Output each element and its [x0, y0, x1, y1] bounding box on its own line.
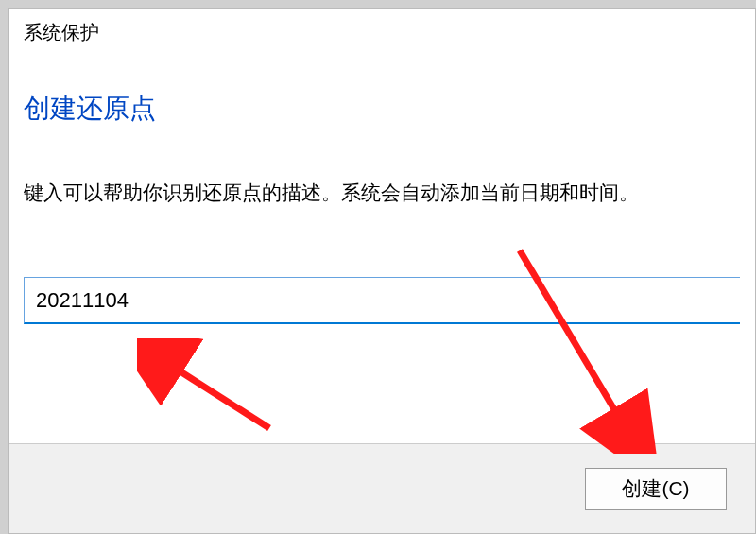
create-button[interactable]: 创建(C) — [585, 468, 727, 510]
heading-create-restore-point: 创建还原点 — [24, 91, 740, 127]
dialog-title: 系统保护 — [9, 9, 755, 53]
dialog-content: 创建还原点 键入可以帮助你识别还原点的描述。系统会自动添加当前日期和时间。 — [9, 53, 755, 324]
restore-point-description-input[interactable] — [24, 277, 740, 324]
dialog-footer: 创建(C) — [9, 443, 755, 533]
description-text: 键入可以帮助你识别还原点的描述。系统会自动添加当前日期和时间。 — [24, 179, 740, 206]
system-protection-dialog: 系统保护 创建还原点 键入可以帮助你识别还原点的描述。系统会自动添加当前日期和时… — [8, 8, 756, 534]
